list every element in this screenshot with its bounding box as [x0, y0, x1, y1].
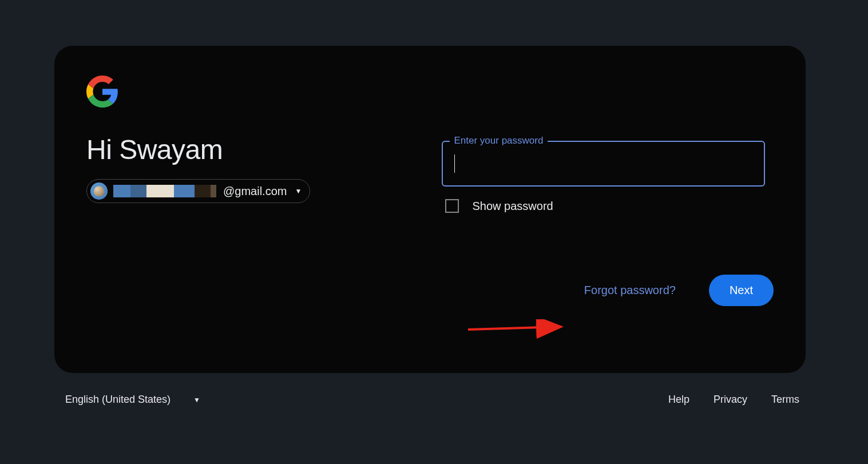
text-cursor [454, 154, 455, 173]
account-switcher-chip[interactable]: @gmail.com ▼ [86, 179, 310, 203]
help-link[interactable]: Help [668, 394, 689, 406]
language-label: English (United States) [65, 394, 171, 406]
email-domain: @gmail.com [223, 185, 287, 198]
password-label: Enter your password [450, 135, 548, 146]
chevron-down-icon: ▼ [193, 396, 200, 404]
google-logo-icon [86, 76, 118, 108]
language-selector[interactable]: English (United States) ▼ [65, 394, 200, 406]
signin-card: Hi Swayam @gmail.com ▼ Enter your passwo… [54, 46, 806, 373]
avatar [90, 183, 108, 200]
show-password-checkbox[interactable] [445, 199, 459, 213]
next-button[interactable]: Next [709, 275, 774, 306]
password-input[interactable] [442, 141, 765, 187]
greeting-heading: Hi Swayam [86, 134, 419, 165]
chevron-down-icon: ▼ [295, 187, 302, 195]
show-password-label: Show password [473, 200, 553, 213]
email-redacted [113, 185, 216, 197]
terms-link[interactable]: Terms [771, 394, 799, 406]
password-field-wrap: Enter your password [442, 141, 774, 187]
privacy-link[interactable]: Privacy [714, 394, 747, 406]
footer: English (United States) ▼ Help Privacy T… [65, 394, 799, 406]
forgot-password-link[interactable]: Forgot password? [584, 284, 676, 297]
